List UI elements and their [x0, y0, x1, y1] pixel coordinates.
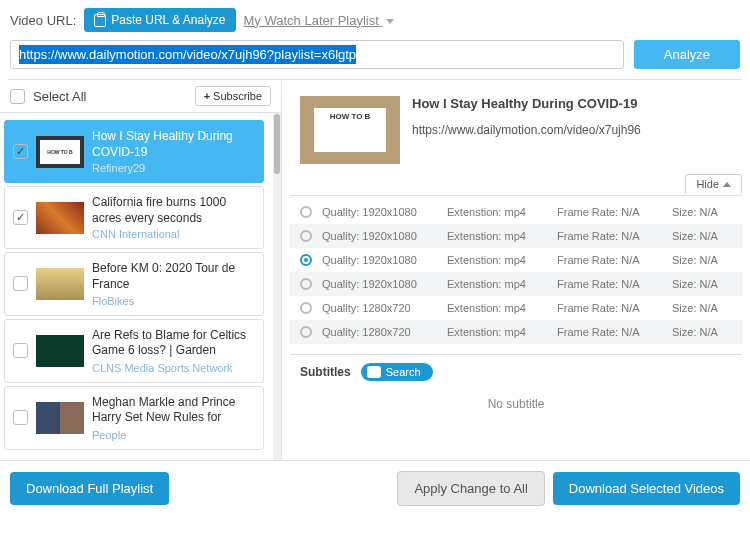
quality-quality: Quality: 1920x1080	[322, 206, 437, 218]
quality-ext: Extenstion: mp4	[447, 326, 547, 338]
quality-quality: Quality: 1280x720	[322, 326, 437, 338]
scrollbar[interactable]	[273, 113, 281, 460]
list-item[interactable]: Before KM 0: 2020 Tour de FranceFloBikes	[4, 252, 264, 315]
chevron-down-icon	[386, 19, 394, 24]
url-input[interactable]: https://www.dailymotion.com/video/x7ujh9…	[10, 40, 624, 69]
quality-ext: Extenstion: mp4	[447, 230, 547, 242]
apply-change-to-all-button[interactable]: Apply Change to All	[397, 471, 544, 506]
quality-fps: Frame Rate: N/A	[557, 254, 662, 266]
item-checkbox[interactable]	[13, 343, 28, 358]
quality-fps: Frame Rate: N/A	[557, 302, 662, 314]
quality-size: Size: N/A	[672, 326, 732, 338]
item-title: Before KM 0: 2020 Tour de France	[92, 261, 255, 292]
quality-ext: Extenstion: mp4	[447, 206, 547, 218]
quality-size: Size: N/A	[672, 230, 732, 242]
item-channel: CLNS Media Sports Network	[92, 362, 255, 374]
quality-row[interactable]: Quality: 1920x1080Extenstion: mp4Frame R…	[290, 248, 742, 272]
quality-radio[interactable]	[300, 230, 312, 242]
quality-quality: Quality: 1920x1080	[322, 278, 437, 290]
video-thumbnail: HOW TO B	[300, 96, 400, 164]
search-icon	[367, 366, 381, 378]
download-selected-videos-button[interactable]: Download Selected Videos	[553, 472, 740, 505]
item-title: How I Stay Healthy During COVID-19	[92, 129, 255, 160]
item-title: California fire burns 1000 acres every s…	[92, 195, 255, 226]
list-item[interactable]: HOW TO BHow I Stay Healthy During COVID-…	[4, 120, 264, 183]
item-checkbox[interactable]	[13, 410, 28, 425]
clipboard-icon	[94, 14, 106, 27]
video-url: https://www.dailymotion.com/video/x7ujh9…	[412, 123, 732, 137]
quality-quality: Quality: 1920x1080	[322, 230, 437, 242]
hide-button[interactable]: Hide	[685, 174, 742, 193]
no-subtitle-text: No subtitle	[300, 381, 732, 427]
quality-radio[interactable]	[300, 206, 312, 218]
quality-fps: Frame Rate: N/A	[557, 206, 662, 218]
video-list: HOW TO BHow I Stay Healthy During COVID-…	[0, 113, 273, 460]
subscribe-button[interactable]: + Subscribe	[195, 86, 271, 106]
plus-icon: +	[204, 90, 210, 102]
quality-fps: Frame Rate: N/A	[557, 278, 662, 290]
list-item[interactable]: California fire burns 1000 acres every s…	[4, 186, 264, 249]
item-checkbox[interactable]	[13, 276, 28, 291]
quality-radio[interactable]	[300, 302, 312, 314]
quality-radio[interactable]	[300, 326, 312, 338]
item-checkbox[interactable]	[13, 210, 28, 225]
chevron-up-icon	[723, 182, 731, 187]
quality-quality: Quality: 1280x720	[322, 302, 437, 314]
quality-row[interactable]: Quality: 1280x720Extenstion: mp4Frame Ra…	[290, 320, 742, 344]
quality-row[interactable]: Quality: 1920x1080Extenstion: mp4Frame R…	[290, 224, 742, 248]
quality-list: Quality: 1920x1080Extenstion: mp4Frame R…	[290, 196, 742, 348]
quality-size: Size: N/A	[672, 278, 732, 290]
quality-ext: Extenstion: mp4	[447, 254, 547, 266]
quality-size: Size: N/A	[672, 206, 732, 218]
quality-fps: Frame Rate: N/A	[557, 230, 662, 242]
quality-row[interactable]: Quality: 1280x720Extenstion: mp4Frame Ra…	[290, 296, 742, 320]
quality-quality: Quality: 1920x1080	[322, 254, 437, 266]
quality-ext: Extenstion: mp4	[447, 302, 547, 314]
item-channel: People	[92, 429, 255, 441]
item-channel: CNN International	[92, 228, 255, 240]
item-channel: Refinery29	[92, 162, 255, 174]
analyze-button[interactable]: Analyze	[634, 40, 740, 69]
quality-row[interactable]: Quality: 1920x1080Extenstion: mp4Frame R…	[290, 200, 742, 224]
quality-ext: Extenstion: mp4	[447, 278, 547, 290]
video-url-label: Video URL:	[10, 13, 76, 28]
item-thumbnail	[36, 268, 84, 300]
download-full-playlist-button[interactable]: Download Full Playlist	[10, 472, 169, 505]
item-channel: FloBikes	[92, 295, 255, 307]
quality-radio[interactable]	[300, 278, 312, 290]
video-title: How I Stay Healthy During COVID-19	[412, 96, 732, 111]
paste-btn-label: Paste URL & Analyze	[111, 13, 225, 27]
quality-row[interactable]: Quality: 1920x1080Extenstion: mp4Frame R…	[290, 272, 742, 296]
paste-url-analyze-button[interactable]: Paste URL & Analyze	[84, 8, 235, 32]
item-thumbnail	[36, 402, 84, 434]
quality-size: Size: N/A	[672, 254, 732, 266]
item-thumbnail	[36, 202, 84, 234]
watch-later-link[interactable]: My Watch Later Playlist	[244, 13, 394, 28]
quality-size: Size: N/A	[672, 302, 732, 314]
item-checkbox[interactable]	[13, 144, 28, 159]
select-all-checkbox[interactable]	[10, 89, 25, 104]
select-all-label: Select All	[33, 89, 187, 104]
quality-radio[interactable]	[300, 254, 312, 266]
item-thumbnail	[36, 335, 84, 367]
item-thumbnail: HOW TO B	[36, 136, 84, 168]
item-title: Are Refs to Blame for Celtics Game 6 los…	[92, 328, 255, 360]
search-subtitles-button[interactable]: Search	[361, 363, 433, 381]
subtitles-label: Subtitles	[300, 365, 351, 379]
quality-fps: Frame Rate: N/A	[557, 326, 662, 338]
list-item[interactable]: Meghan Markle and Prince Harry Set New R…	[4, 386, 264, 450]
item-title: Meghan Markle and Prince Harry Set New R…	[92, 395, 255, 427]
list-item[interactable]: Are Refs to Blame for Celtics Game 6 los…	[4, 319, 264, 383]
